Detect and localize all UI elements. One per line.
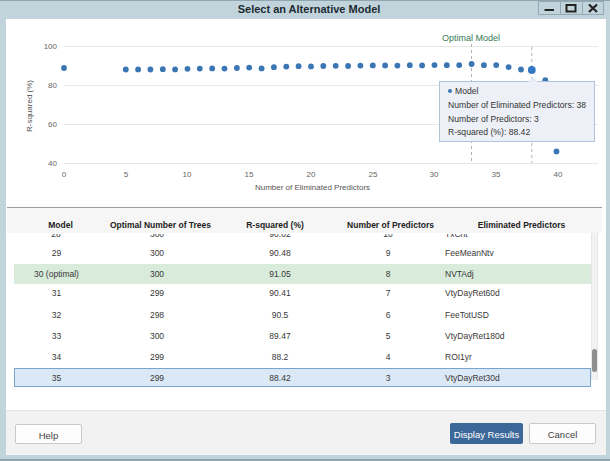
svg-text:40: 40 bbox=[554, 170, 563, 179]
svg-text:100: 100 bbox=[44, 42, 58, 51]
svg-text:R-squared (%): R-squared (%) bbox=[25, 80, 34, 132]
svg-text:5: 5 bbox=[124, 170, 129, 179]
svg-text:0: 0 bbox=[62, 170, 67, 179]
svg-text:60: 60 bbox=[48, 120, 57, 129]
svg-text:30: 30 bbox=[430, 170, 439, 179]
svg-text:Optimal Model: Optimal Model bbox=[442, 33, 500, 43]
svg-text:35: 35 bbox=[492, 170, 501, 179]
svg-text:15: 15 bbox=[245, 170, 254, 179]
svg-text:40: 40 bbox=[48, 159, 57, 168]
svg-text:20: 20 bbox=[307, 170, 316, 179]
svg-text:Number of Eliminated Predictor: Number of Eliminated Predictors bbox=[255, 183, 370, 192]
svg-text:25: 25 bbox=[369, 170, 378, 179]
svg-text:10: 10 bbox=[183, 170, 192, 179]
svg-text:80: 80 bbox=[48, 81, 57, 90]
